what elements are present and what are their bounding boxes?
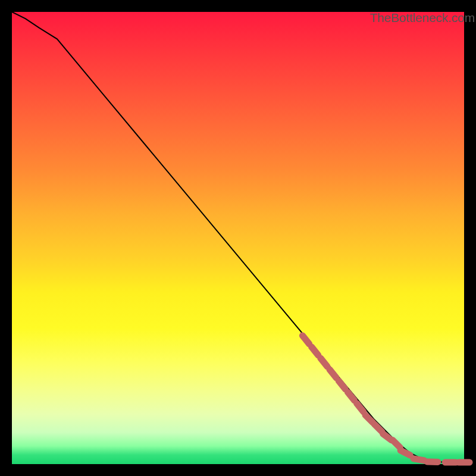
- marker-band: [302, 336, 469, 462]
- marker-dash: [414, 459, 424, 461]
- marker-dash: [400, 450, 410, 455]
- attribution-label: TheBottleneck.com: [370, 11, 475, 25]
- marker-dash: [321, 358, 327, 367]
- marker-dash: [330, 369, 336, 378]
- marker-dash: [347, 392, 354, 400]
- chart-frame: TheBottleneck.com: [12, 12, 464, 464]
- marker-dash: [312, 347, 318, 355]
- marker-dash: [393, 440, 400, 447]
- bottleneck-curve: [12, 12, 464, 462]
- marker-dash: [339, 381, 345, 389]
- chart-svg: [12, 12, 464, 464]
- marker-dash: [302, 336, 309, 344]
